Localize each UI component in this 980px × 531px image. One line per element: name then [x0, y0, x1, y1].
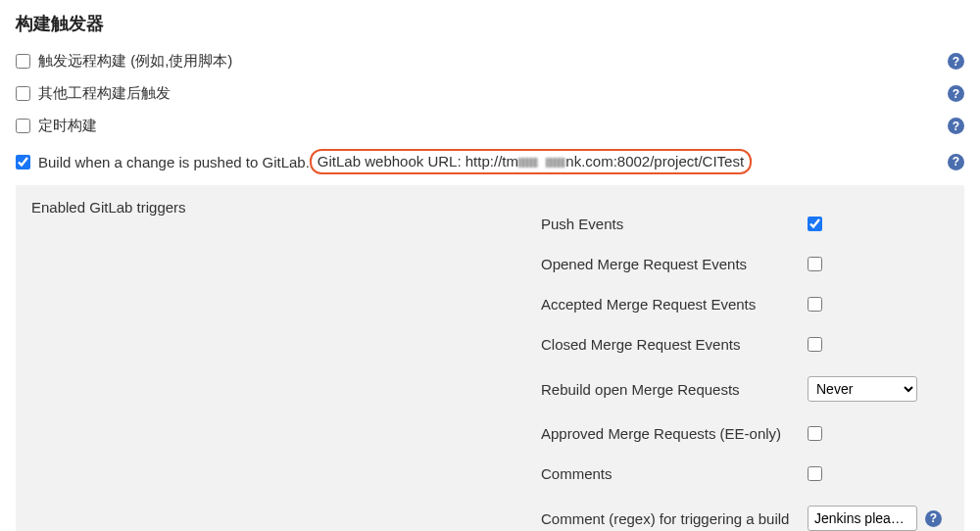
event-accepted-mr-checkbox[interactable] — [808, 297, 822, 312]
event-row-accepted-mr: Accepted Merge Request Events — [541, 284, 949, 324]
gitlab-triggers-panel: Enabled GitLab triggers Push Events Open… — [16, 185, 964, 531]
section-title: 构建触发器 — [16, 12, 964, 35]
help-icon[interactable]: ? — [948, 85, 964, 102]
event-push-checkbox[interactable] — [808, 217, 822, 231]
trigger-remote-label: 触发远程构建 (例如,使用脚本) — [38, 52, 964, 71]
event-approved-mr-checkbox[interactable] — [808, 426, 822, 441]
trigger-row-after-other: 其他工程构建后触发 ? — [16, 77, 964, 110]
event-row-opened-mr: Opened Merge Request Events — [541, 244, 949, 284]
event-label-opened-mr: Opened Merge Request Events — [541, 256, 808, 272]
trigger-schedule-checkbox[interactable] — [16, 119, 30, 133]
redacted-span — [518, 158, 538, 168]
help-icon[interactable]: ? — [925, 510, 942, 527]
trigger-row-gitlab: Build when a change is pushed to GitLab.… — [16, 142, 964, 181]
event-comments-checkbox[interactable] — [808, 466, 822, 481]
event-label-comments: Comments — [541, 465, 808, 482]
event-row-rebuild-mr: Rebuild open Merge Requests Never — [541, 364, 949, 413]
gitlab-webhook-prefix: GitLab webhook URL: http://tm — [318, 153, 518, 169]
event-closed-mr-checkbox[interactable] — [808, 337, 822, 352]
gitlab-webhook-suffix: nk.com:8002/project/CITest — [565, 153, 744, 169]
event-label-push: Push Events — [541, 216, 808, 232]
event-row-comments: Comments — [541, 454, 949, 494]
event-label-accepted-mr: Accepted Merge Request Events — [541, 296, 808, 313]
help-icon[interactable]: ? — [948, 53, 964, 70]
trigger-row-schedule: 定时构建 ? — [16, 110, 964, 142]
gitlab-webhook-highlight: GitLab webhook URL: http://tm nk.com:800… — [310, 149, 752, 174]
event-label-approved-mr: Approved Merge Requests (EE-only) — [541, 425, 808, 442]
help-icon[interactable]: ? — [948, 154, 964, 170]
event-label-comment-regex: Comment (regex) for triggering a build — [541, 510, 808, 527]
event-rebuild-mr-select[interactable]: Never — [808, 376, 917, 402]
trigger-gitlab-checkbox[interactable] — [16, 155, 30, 169]
event-row-approved-mr: Approved Merge Requests (EE-only) — [541, 413, 949, 454]
event-row-push: Push Events — [541, 216, 949, 244]
event-row-closed-mr: Closed Merge Request Events — [541, 324, 949, 364]
trigger-schedule-label: 定时构建 — [38, 117, 964, 135]
trigger-remote-checkbox[interactable] — [16, 54, 30, 69]
event-opened-mr-checkbox[interactable] — [808, 257, 822, 271]
trigger-gitlab-label-pre: Build when a change is pushed to GitLab. — [38, 154, 310, 170]
trigger-row-remote: 触发远程构建 (例如,使用脚本) ? — [16, 45, 964, 77]
trigger-after-other-checkbox[interactable] — [16, 86, 30, 101]
trigger-gitlab-label: Build when a change is pushed to GitLab.… — [38, 149, 964, 174]
event-row-comment-regex: Comment (regex) for triggering a build ? — [541, 494, 949, 531]
event-comment-regex-input[interactable] — [808, 506, 917, 531]
event-label-rebuild-mr: Rebuild open Merge Requests — [541, 381, 808, 398]
gitlab-triggers-header: Enabled GitLab triggers — [31, 199, 286, 216]
help-icon[interactable]: ? — [948, 118, 964, 134]
trigger-after-other-label: 其他工程构建后触发 — [38, 84, 964, 103]
event-label-closed-mr: Closed Merge Request Events — [541, 336, 808, 353]
redacted-span — [546, 158, 565, 168]
